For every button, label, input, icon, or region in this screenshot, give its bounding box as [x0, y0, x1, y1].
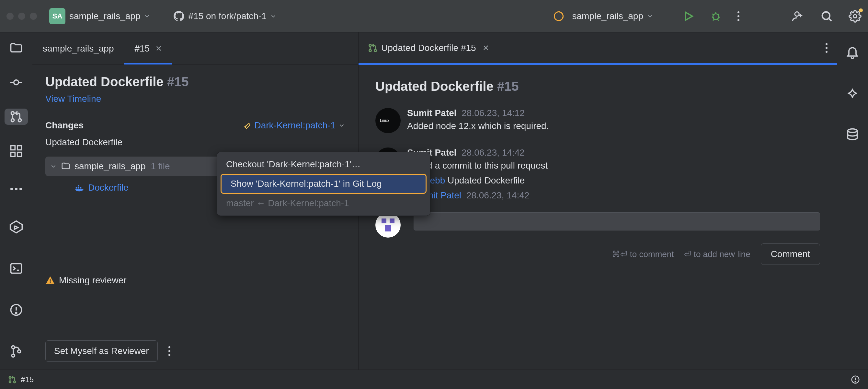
event-timestamp: 28.06.23, 14:42	[462, 147, 525, 158]
svg-point-28	[16, 312, 17, 313]
reviewer-warning: Missing reviewer	[45, 275, 345, 285]
folder-icon	[61, 161, 71, 171]
status-branch[interactable]: #15	[8, 375, 34, 384]
svg-point-7	[822, 12, 830, 19]
chevron-down-icon	[50, 163, 57, 170]
svg-point-21	[15, 188, 18, 190]
set-myself-reviewer-button[interactable]: Set Myself as Reviewer	[45, 340, 158, 362]
debug-icon[interactable]	[710, 10, 722, 22]
svg-rect-52	[390, 219, 395, 223]
structure-tool-icon[interactable]	[4, 143, 28, 159]
github-icon	[173, 11, 184, 22]
commit-tool-icon[interactable]	[4, 75, 28, 91]
right-tab-bar: Updated Dockerfile #15 ✕	[359, 32, 837, 65]
svg-marker-1	[686, 12, 692, 20]
close-icon[interactable]: ✕	[483, 44, 489, 53]
comment-button[interactable]: Comment	[761, 244, 820, 265]
problems-tool-icon[interactable]	[4, 298, 28, 322]
window-controls	[6, 12, 37, 20]
terminal-tool-icon[interactable]	[4, 257, 28, 280]
ai-assistant-tool-icon[interactable]	[841, 82, 864, 105]
left-tool-rail	[0, 32, 32, 369]
svg-point-6	[795, 12, 799, 16]
svg-point-22	[20, 188, 22, 190]
run-icon[interactable]	[683, 10, 694, 22]
svg-point-48	[826, 51, 828, 53]
timeline-title-number: #15	[497, 79, 519, 93]
chevron-down-icon[interactable]	[144, 12, 151, 20]
svg-point-56	[13, 381, 16, 383]
search-icon[interactable]	[820, 10, 833, 23]
tab-label: sample_rails_app	[43, 44, 114, 54]
center-branch-label: #15 on fork/patch-1	[188, 11, 266, 21]
branch-context-menu: Checkout 'Dark-Kernel:patch-1'… Show 'Da…	[217, 152, 430, 216]
pull-request-tool-icon[interactable]	[4, 109, 28, 125]
comment-input[interactable]	[413, 212, 820, 230]
svg-rect-24	[11, 263, 22, 273]
pull-request-icon	[368, 43, 378, 53]
docker-icon	[74, 183, 84, 193]
timeline-title-text: Updated Dockerfile	[375, 79, 494, 93]
kebab-menu-icon[interactable]	[737, 10, 740, 22]
svg-point-31	[18, 350, 21, 353]
changes-heading: Changes	[45, 120, 84, 131]
pr-title-text: Updated Dockerfile	[45, 75, 163, 89]
svg-line-8	[829, 18, 831, 21]
collaborate-icon[interactable]	[792, 10, 805, 23]
zoom-window-dot[interactable]	[30, 12, 37, 20]
view-timeline-link[interactable]: View Timeline	[45, 94, 345, 104]
svg-point-5	[738, 19, 739, 21]
minimize-window-dot[interactable]	[18, 12, 25, 20]
svg-point-42	[168, 354, 170, 356]
svg-rect-35	[78, 187, 79, 189]
kebab-menu-icon[interactable]	[825, 42, 828, 54]
svg-rect-38	[50, 279, 51, 282]
chevron-down-icon[interactable]	[647, 12, 657, 20]
project-tool-icon[interactable]	[4, 40, 28, 56]
svg-point-4	[738, 15, 739, 17]
vcs-branch-selector[interactable]: #15 on fork/patch-1	[173, 11, 277, 22]
file-name: Dockerfile	[88, 183, 128, 193]
notifications-tool-icon[interactable]	[841, 40, 864, 63]
database-tool-icon[interactable]	[841, 123, 864, 146]
avatar: Linux	[375, 108, 401, 133]
svg-point-3	[738, 11, 739, 13]
timeline-event: Linux Sumit Patel 28.06.23, 14:12 Added …	[375, 108, 820, 133]
svg-rect-16	[11, 145, 15, 150]
warning-icon	[45, 276, 55, 285]
folder-meta: 1 file	[151, 161, 170, 171]
git-tool-icon[interactable]	[4, 340, 28, 363]
menu-item-show-git-log[interactable]: Show 'Dark-Kernel:patch-1' in Git Log	[221, 175, 426, 193]
svg-point-14	[11, 119, 14, 121]
svg-point-54	[9, 377, 11, 378]
reviewer-warning-text: Missing reviewer	[59, 275, 127, 285]
timeline-title: Updated Dockerfile #15	[375, 79, 820, 94]
tab-project[interactable]: sample_rails_app	[32, 32, 124, 64]
run-target-label: sample_rails_app	[572, 11, 643, 21]
menu-item-checkout[interactable]: Checkout 'Dark-Kernel:patch-1'…	[217, 155, 430, 173]
services-tool-icon[interactable]	[4, 215, 28, 239]
pr-title-number: #15	[167, 75, 189, 89]
timeline-event: Linux Sumit Patel 28.06.23, 14:42 added …	[375, 147, 820, 201]
hint-comment-shortcut: ⌘⏎ to comment	[612, 249, 674, 259]
more-tool-windows-icon[interactable]	[4, 181, 28, 197]
svg-point-47	[826, 47, 828, 49]
svg-point-9	[854, 15, 857, 18]
close-icon[interactable]: ✕	[155, 44, 162, 53]
right-tab-label[interactable]: Updated Dockerfile #15	[381, 43, 476, 53]
svg-point-33	[245, 126, 246, 128]
svg-point-29	[12, 346, 14, 349]
settings-icon[interactable]	[848, 10, 862, 23]
chevron-down-icon[interactable]	[270, 12, 277, 20]
status-problem-icon[interactable]	[850, 375, 860, 385]
svg-point-59	[855, 381, 856, 382]
run-target-selector[interactable]: sample_rails_app	[553, 10, 657, 22]
tab-pr-number[interactable]: #15 ✕	[124, 32, 172, 64]
pr-title: Updated Dockerfile #15	[45, 75, 345, 89]
close-window-dot[interactable]	[6, 12, 13, 20]
commit-timestamp: 28.06.23, 14:42	[466, 190, 530, 200]
kebab-menu-icon[interactable]	[164, 341, 175, 361]
svg-point-46	[826, 43, 828, 45]
branch-selector[interactable]: Dark-Kernel:patch-1	[242, 120, 345, 131]
project-name[interactable]: sample_rails_app	[69, 11, 140, 21]
